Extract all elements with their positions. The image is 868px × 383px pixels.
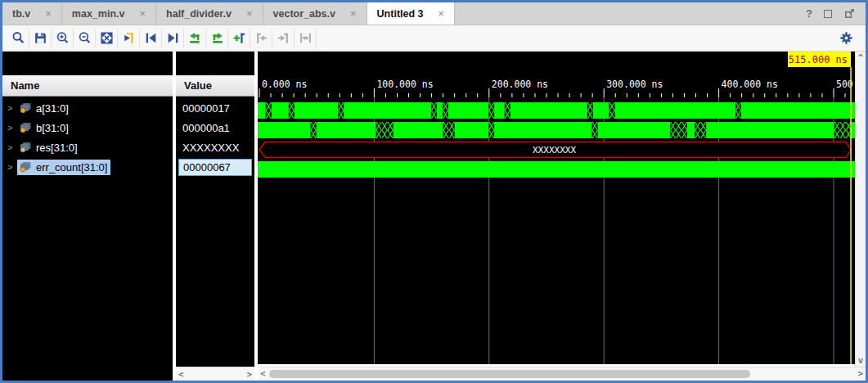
expand-chevron-icon[interactable]: >	[7, 103, 17, 113]
svg-text:300.000 ns: 300.000 ns	[606, 79, 663, 90]
scroll-down-icon[interactable]: v	[858, 356, 864, 365]
close-icon[interactable]: ×	[246, 8, 253, 19]
zoom-in-button[interactable]	[52, 29, 74, 48]
zoom-to-cursor-button[interactable]	[118, 29, 140, 48]
zoom-fit-icon	[99, 30, 115, 46]
zoom-out-button[interactable]	[74, 29, 96, 48]
scrollbar-thumb[interactable]	[269, 370, 750, 378]
signal-value-panel: Value 00000017000000a1XXXXXXXX00000067 <…	[176, 52, 254, 381]
go-to-time-0-button[interactable]	[140, 29, 162, 48]
gear-icon	[839, 30, 854, 46]
waveform-area: 0.000 ns100.000 ns200.000 ns300.000 ns40…	[258, 52, 866, 381]
swap-cursors-icon	[298, 30, 313, 46]
value-row-res-31-0-[interactable]: XXXXXXXX	[176, 137, 254, 157]
signal-label-wrap[interactable]: res[31:0]	[17, 140, 81, 155]
waveform-vertical-scrollbar[interactable]: ^ v	[855, 52, 866, 367]
signal-name-label: b[31:0]	[36, 122, 69, 134]
signal-value-list: 00000017000000a1XXXXXXXX00000067	[176, 97, 254, 367]
name-header-label: Name	[11, 79, 39, 92]
tab-label: half_divider.v	[166, 8, 232, 20]
tab-tb-v[interactable]: tb.v×	[2, 2, 62, 25]
tab-label: Untitled 3	[377, 8, 424, 20]
signal-label-wrap[interactable]: b[31:0]	[17, 120, 72, 136]
next-transition-button[interactable]	[206, 29, 228, 48]
bus-signal-icon	[19, 142, 32, 153]
zoom-in-icon	[55, 30, 70, 46]
value-column-header[interactable]: Value	[176, 75, 254, 97]
help-icon[interactable]: ?	[806, 7, 812, 20]
signal-value[interactable]: 00000067	[178, 159, 252, 176]
signal-row-b-31-0-[interactable]: >b[31:0]	[2, 118, 173, 137]
close-icon[interactable]: ×	[350, 8, 357, 19]
scroll-left-icon[interactable]: <	[178, 370, 184, 379]
signal-name-label: a[31:0]	[36, 102, 69, 115]
previous-transition-button[interactable]	[184, 29, 206, 48]
signal-row-err_count-31-0-[interactable]: >err_count[31:0]	[2, 157, 173, 177]
expand-chevron-icon[interactable]: >	[7, 123, 17, 133]
close-icon[interactable]: ×	[139, 8, 146, 19]
add-marker-icon	[232, 30, 247, 46]
svg-text:XXXXXXXX: XXXXXXXX	[533, 145, 576, 155]
name-panel-top-strip	[2, 52, 173, 75]
add-marker-button[interactable]	[228, 29, 250, 48]
signal-row-res-31-0-[interactable]: >res[31:0]	[2, 137, 173, 157]
signal-label-wrap[interactable]: err_count[31:0]	[17, 160, 110, 175]
swap-cursors-button[interactable]	[295, 29, 317, 48]
zoom-to-cursor-icon	[121, 30, 137, 46]
expand-chevron-icon[interactable]: >	[7, 162, 17, 172]
value-panel-top-strip	[176, 52, 254, 75]
save-wave-config-button[interactable]	[29, 29, 52, 48]
tab-max-min-v[interactable]: max_min.v×	[62, 2, 156, 25]
tab-label: tb.v	[12, 8, 30, 20]
signal-row-a-31-0-[interactable]: >a[31:0]	[2, 98, 173, 118]
window-controls: ?	[806, 2, 866, 25]
signal-value[interactable]: 000000a1	[178, 120, 234, 136]
signal-name-list: >a[31:0]>b[31:0]>res[31:0]>err_count[31:…	[2, 97, 173, 381]
bus-signal-icon	[19, 102, 32, 114]
tab-half-divider-v[interactable]: half_divider.v×	[156, 2, 263, 25]
value-row-err_count-31-0-[interactable]: 00000067	[176, 157, 254, 177]
scroll-left-icon[interactable]: <	[260, 369, 266, 378]
signal-value[interactable]: 00000017	[178, 101, 234, 116]
value-header-label: Value	[184, 79, 212, 92]
waveform-canvas[interactable]: 0.000 ns100.000 ns200.000 ns300.000 ns40…	[258, 52, 855, 364]
previous-transition-icon	[187, 30, 203, 46]
tab-label: max_min.v	[72, 8, 125, 20]
find-button[interactable]	[7, 29, 29, 48]
signal-name-label: res[31:0]	[36, 142, 78, 154]
settings-button[interactable]	[835, 29, 857, 48]
signal-label-wrap[interactable]: a[31:0]	[17, 101, 72, 116]
zoom-fit-button[interactable]	[96, 29, 118, 48]
float-icon[interactable]	[843, 7, 856, 20]
svg-text:100.000 ns: 100.000 ns	[376, 79, 433, 90]
tab-vector-abs-v[interactable]: vector_abs.v×	[263, 2, 367, 25]
bus-signal-icon	[19, 161, 32, 173]
scroll-right-icon[interactable]: >	[246, 370, 252, 379]
svg-text:0.000 ns: 0.000 ns	[262, 79, 307, 90]
previous-marker-icon	[254, 30, 269, 46]
value-row-a-31-0-[interactable]: 00000017	[176, 98, 254, 118]
waveform-config-area: Name >a[31:0]>b[31:0]>res[31:0]>err_coun…	[2, 52, 866, 381]
next-marker-button[interactable]	[272, 29, 295, 48]
close-icon[interactable]: ×	[45, 8, 52, 19]
signal-name-panel: Name >a[31:0]>b[31:0]>res[31:0]>err_coun…	[2, 52, 173, 381]
waveform-toolbar	[2, 25, 866, 52]
scroll-right-icon[interactable]: >	[857, 369, 863, 378]
value-row-b-31-0-[interactable]: 000000a1	[176, 118, 254, 137]
close-icon[interactable]: ×	[438, 8, 445, 19]
signal-value[interactable]: XXXXXXXX	[178, 140, 243, 155]
expand-chevron-icon[interactable]: >	[7, 142, 17, 152]
zoom-out-icon	[77, 30, 92, 46]
scroll-up-icon[interactable]: ^	[858, 53, 864, 62]
previous-marker-button[interactable]	[250, 29, 272, 48]
svg-text:200.000 ns: 200.000 ns	[492, 79, 548, 90]
next-transition-icon	[209, 30, 225, 46]
maximize-icon[interactable]	[824, 10, 832, 18]
svg-text:515.000 ns: 515.000 ns	[789, 54, 848, 65]
value-horizontal-scrollbar[interactable]: < >	[176, 367, 254, 381]
name-column-header[interactable]: Name	[2, 75, 173, 97]
tab-untitled-3[interactable]: Untitled 3×	[367, 2, 456, 25]
go-to-last-time-button[interactable]	[162, 29, 184, 48]
waveform-horizontal-scrollbar[interactable]: < >	[258, 367, 866, 381]
vivado-waveform-window: tb.v×max_min.v×half_divider.v×vector_abs…	[0, 0, 868, 383]
